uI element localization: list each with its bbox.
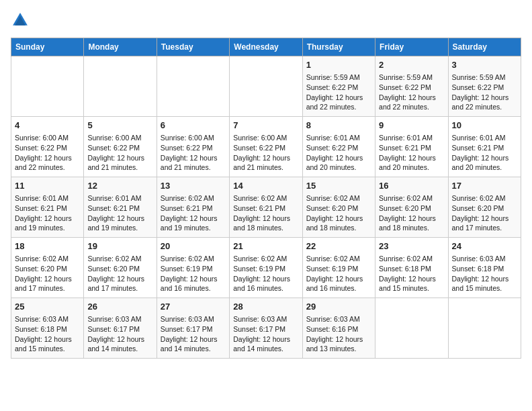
calendar-cell: 12Sunrise: 6:01 AM Sunset: 6:21 PM Dayli… xyxy=(84,177,157,238)
calendar-cell: 4Sunrise: 6:00 AM Sunset: 6:22 PM Daylig… xyxy=(11,117,84,177)
logo xyxy=(11,11,32,30)
calendar-cell xyxy=(84,56,157,117)
day-number: 17 xyxy=(452,180,517,192)
day-number: 23 xyxy=(379,240,444,253)
day-info: Sunrise: 6:03 AM Sunset: 6:17 PM Dayligh… xyxy=(233,314,298,354)
calendar-cell: 21Sunrise: 6:02 AM Sunset: 6:19 PM Dayli… xyxy=(230,238,302,298)
day-info: Sunrise: 5:59 AM Sunset: 6:22 PM Dayligh… xyxy=(306,73,371,112)
calendar-week-4: 18Sunrise: 6:02 AM Sunset: 6:20 PM Dayli… xyxy=(11,238,521,298)
calendar-cell: 29Sunrise: 6:03 AM Sunset: 6:16 PM Dayli… xyxy=(302,298,375,359)
calendar-cell: 10Sunrise: 6:01 AM Sunset: 6:21 PM Dayli… xyxy=(448,117,521,177)
calendar-cell: 17Sunrise: 6:02 AM Sunset: 6:20 PM Dayli… xyxy=(448,177,521,238)
day-number: 24 xyxy=(452,240,517,253)
calendar-cell: 7Sunrise: 6:00 AM Sunset: 6:22 PM Daylig… xyxy=(230,117,302,177)
calendar-cell xyxy=(375,298,448,359)
day-info: Sunrise: 6:00 AM Sunset: 6:22 PM Dayligh… xyxy=(87,133,152,173)
calendar-cell: 13Sunrise: 6:02 AM Sunset: 6:21 PM Dayli… xyxy=(157,177,229,238)
day-number: 25 xyxy=(15,301,80,313)
day-number: 1 xyxy=(306,59,371,71)
calendar-cell: 19Sunrise: 6:02 AM Sunset: 6:20 PM Dayli… xyxy=(84,238,157,298)
calendar-cell: 18Sunrise: 6:02 AM Sunset: 6:20 PM Dayli… xyxy=(11,238,84,298)
day-number: 27 xyxy=(161,301,226,313)
calendar-cell: 20Sunrise: 6:02 AM Sunset: 6:19 PM Dayli… xyxy=(157,238,229,298)
day-info: Sunrise: 6:00 AM Sunset: 6:22 PM Dayligh… xyxy=(233,133,298,173)
header-thursday: Thursday xyxy=(302,38,375,56)
calendar-cell xyxy=(11,56,84,117)
day-number: 14 xyxy=(233,180,298,192)
day-info: Sunrise: 6:01 AM Sunset: 6:21 PM Dayligh… xyxy=(452,133,517,173)
day-info: Sunrise: 6:03 AM Sunset: 6:16 PM Dayligh… xyxy=(306,314,371,354)
day-number: 9 xyxy=(379,120,444,132)
calendar-week-2: 4Sunrise: 6:00 AM Sunset: 6:22 PM Daylig… xyxy=(11,117,521,177)
day-info: Sunrise: 6:02 AM Sunset: 6:20 PM Dayligh… xyxy=(15,254,80,293)
day-info: Sunrise: 6:02 AM Sunset: 6:20 PM Dayligh… xyxy=(379,193,444,233)
day-info: Sunrise: 6:01 AM Sunset: 6:22 PM Dayligh… xyxy=(306,133,371,173)
day-number: 18 xyxy=(15,240,80,253)
day-number: 5 xyxy=(87,120,152,132)
day-info: Sunrise: 6:02 AM Sunset: 6:21 PM Dayligh… xyxy=(161,193,226,233)
calendar-cell: 15Sunrise: 6:02 AM Sunset: 6:20 PM Dayli… xyxy=(302,177,375,238)
calendar-header-row: SundayMondayTuesdayWednesdayThursdayFrid… xyxy=(11,38,521,56)
day-info: Sunrise: 6:02 AM Sunset: 6:21 PM Dayligh… xyxy=(233,193,298,233)
day-number: 11 xyxy=(15,180,80,192)
day-number: 13 xyxy=(161,180,226,192)
calendar-cell: 2Sunrise: 5:59 AM Sunset: 6:22 PM Daylig… xyxy=(375,56,448,117)
day-number: 16 xyxy=(379,180,444,192)
day-info: Sunrise: 6:02 AM Sunset: 6:20 PM Dayligh… xyxy=(306,193,371,233)
calendar-cell: 16Sunrise: 6:02 AM Sunset: 6:20 PM Dayli… xyxy=(375,177,448,238)
calendar-cell: 1Sunrise: 5:59 AM Sunset: 6:22 PM Daylig… xyxy=(302,56,375,117)
day-info: Sunrise: 5:59 AM Sunset: 6:22 PM Dayligh… xyxy=(379,73,444,112)
day-info: Sunrise: 6:00 AM Sunset: 6:22 PM Dayligh… xyxy=(161,133,226,173)
calendar-cell: 3Sunrise: 5:59 AM Sunset: 6:22 PM Daylig… xyxy=(448,56,521,117)
header-wednesday: Wednesday xyxy=(230,38,302,56)
day-info: Sunrise: 6:02 AM Sunset: 6:19 PM Dayligh… xyxy=(233,254,298,293)
day-number: 4 xyxy=(15,120,80,132)
calendar-week-3: 11Sunrise: 6:01 AM Sunset: 6:21 PM Dayli… xyxy=(11,177,521,238)
day-number: 20 xyxy=(161,240,226,253)
calendar-cell: 27Sunrise: 6:03 AM Sunset: 6:17 PM Dayli… xyxy=(157,298,229,359)
header-monday: Monday xyxy=(84,38,157,56)
day-number: 6 xyxy=(161,120,226,132)
calendar-cell: 5Sunrise: 6:00 AM Sunset: 6:22 PM Daylig… xyxy=(84,117,157,177)
day-number: 26 xyxy=(87,301,152,313)
day-info: Sunrise: 6:02 AM Sunset: 6:19 PM Dayligh… xyxy=(306,254,371,293)
day-number: 28 xyxy=(233,301,298,313)
calendar-week-5: 25Sunrise: 6:03 AM Sunset: 6:18 PM Dayli… xyxy=(11,298,521,359)
calendar-cell: 9Sunrise: 6:01 AM Sunset: 6:21 PM Daylig… xyxy=(375,117,448,177)
logo-icon xyxy=(11,11,30,30)
calendar-cell: 11Sunrise: 6:01 AM Sunset: 6:21 PM Dayli… xyxy=(11,177,84,238)
day-number: 3 xyxy=(452,59,517,71)
calendar-table: SundayMondayTuesdayWednesdayThursdayFrid… xyxy=(11,38,521,359)
day-number: 2 xyxy=(379,59,444,71)
day-number: 21 xyxy=(233,240,298,253)
day-info: Sunrise: 6:00 AM Sunset: 6:22 PM Dayligh… xyxy=(15,133,80,173)
day-info: Sunrise: 6:03 AM Sunset: 6:18 PM Dayligh… xyxy=(15,314,80,354)
day-info: Sunrise: 6:01 AM Sunset: 6:21 PM Dayligh… xyxy=(87,193,152,233)
day-info: Sunrise: 6:02 AM Sunset: 6:18 PM Dayligh… xyxy=(379,254,444,293)
header-saturday: Saturday xyxy=(448,38,521,56)
calendar-cell: 28Sunrise: 6:03 AM Sunset: 6:17 PM Dayli… xyxy=(230,298,302,359)
day-number: 22 xyxy=(306,240,371,253)
page-header xyxy=(11,11,521,30)
calendar-cell: 24Sunrise: 6:03 AM Sunset: 6:18 PM Dayli… xyxy=(448,238,521,298)
day-info: Sunrise: 6:01 AM Sunset: 6:21 PM Dayligh… xyxy=(15,193,80,233)
calendar-cell: 14Sunrise: 6:02 AM Sunset: 6:21 PM Dayli… xyxy=(230,177,302,238)
day-info: Sunrise: 6:01 AM Sunset: 6:21 PM Dayligh… xyxy=(379,133,444,173)
day-info: Sunrise: 6:03 AM Sunset: 6:17 PM Dayligh… xyxy=(161,314,226,354)
calendar-cell: 26Sunrise: 6:03 AM Sunset: 6:17 PM Dayli… xyxy=(84,298,157,359)
calendar-cell: 6Sunrise: 6:00 AM Sunset: 6:22 PM Daylig… xyxy=(157,117,229,177)
day-info: Sunrise: 6:02 AM Sunset: 6:20 PM Dayligh… xyxy=(87,254,152,293)
day-info: Sunrise: 6:02 AM Sunset: 6:20 PM Dayligh… xyxy=(452,193,517,233)
day-number: 8 xyxy=(306,120,371,132)
calendar-cell: 8Sunrise: 6:01 AM Sunset: 6:22 PM Daylig… xyxy=(302,117,375,177)
calendar-cell xyxy=(448,298,521,359)
calendar-cell: 23Sunrise: 6:02 AM Sunset: 6:18 PM Dayli… xyxy=(375,238,448,298)
day-info: Sunrise: 6:02 AM Sunset: 6:19 PM Dayligh… xyxy=(161,254,226,293)
calendar-cell xyxy=(230,56,302,117)
day-info: Sunrise: 5:59 AM Sunset: 6:22 PM Dayligh… xyxy=(452,73,517,112)
day-number: 10 xyxy=(452,120,517,132)
day-number: 7 xyxy=(233,120,298,132)
header-friday: Friday xyxy=(375,38,448,56)
calendar-cell: 25Sunrise: 6:03 AM Sunset: 6:18 PM Dayli… xyxy=(11,298,84,359)
day-number: 12 xyxy=(87,180,152,192)
